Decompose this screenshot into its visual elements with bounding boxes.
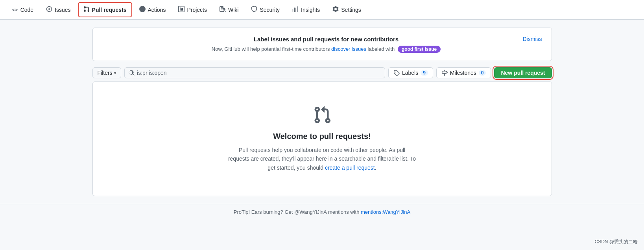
milestone-icon bbox=[441, 70, 448, 76]
milestones-label: Milestones bbox=[450, 70, 476, 76]
nav-item-security[interactable]: Security bbox=[245, 2, 285, 17]
nav-item-actions[interactable]: Actions bbox=[134, 2, 172, 17]
svg-point-1 bbox=[48, 8, 50, 10]
code-icon: <> bbox=[12, 7, 18, 13]
search-input[interactable] bbox=[137, 70, 381, 76]
nav-item-issues[interactable]: Issues bbox=[41, 2, 76, 17]
banner-content: Label issues and pull requests for new c… bbox=[130, 36, 523, 53]
filters-label: Filters bbox=[98, 70, 113, 76]
create-pr-link[interactable]: create a pull request bbox=[325, 165, 375, 171]
filters-button[interactable]: Filters ▾ bbox=[92, 67, 121, 78]
labels-label: Labels bbox=[402, 70, 418, 76]
pull-requests-section: Welcome to pull requests! Pull requests … bbox=[92, 81, 552, 196]
main-content: Label issues and pull requests for new c… bbox=[86, 20, 558, 204]
milestones-count: 0 bbox=[479, 70, 486, 76]
empty-text-main: Pull requests help you collaborate on co… bbox=[228, 147, 416, 171]
empty-state-description: Pull requests help you collaborate on co… bbox=[228, 146, 417, 172]
nav-bar: <> Code Issues Pull requests Actions Pro… bbox=[0, 0, 644, 20]
projects-icon bbox=[178, 6, 185, 13]
label-icon bbox=[393, 70, 400, 76]
nav-item-wiki[interactable]: Wiki bbox=[214, 2, 244, 17]
search-icon bbox=[129, 70, 135, 76]
search-box bbox=[124, 67, 385, 78]
nav-item-pull-requests[interactable]: Pull requests bbox=[78, 2, 132, 17]
nav-label-pull-requests: Pull requests bbox=[92, 7, 127, 13]
labels-button[interactable]: Labels 9 bbox=[388, 67, 433, 78]
footer-link[interactable]: mentions:WangYiJinA bbox=[361, 209, 410, 215]
good-first-issue-badge: good first issue bbox=[398, 46, 441, 53]
nav-label-settings: Settings bbox=[341, 7, 361, 13]
contributor-banner: Label issues and pull requests for new c… bbox=[92, 28, 552, 61]
banner-description: Now, GitHub will help potential first-ti… bbox=[130, 46, 523, 53]
nav-label-actions: Actions bbox=[148, 7, 166, 13]
banner-text-labeled: labeled with bbox=[368, 46, 396, 52]
nav-label-code: Code bbox=[20, 7, 33, 13]
nav-label-security: Security bbox=[260, 7, 280, 13]
insights-icon bbox=[292, 6, 299, 13]
footer-tip: ProTip! Ears burning? Get @WangYiJinA me… bbox=[0, 204, 644, 220]
new-pull-request-button[interactable]: New pull request bbox=[494, 67, 552, 78]
controls-row: Filters ▾ Labels 9 Milestones 0 New pull… bbox=[92, 67, 552, 78]
nav-label-insights: Insights bbox=[301, 7, 320, 13]
nav-item-settings[interactable]: Settings bbox=[327, 2, 367, 17]
banner-text-before: Now, GitHub will help potential first-ti… bbox=[212, 46, 330, 52]
nav-label-wiki: Wiki bbox=[228, 7, 238, 13]
actions-icon bbox=[139, 6, 146, 13]
dismiss-button[interactable]: Dismiss bbox=[523, 36, 542, 42]
empty-state-title: Welcome to pull requests! bbox=[273, 132, 371, 141]
labels-count: 9 bbox=[421, 70, 428, 76]
nav-item-insights[interactable]: Insights bbox=[287, 2, 325, 17]
pull-requests-icon bbox=[83, 6, 90, 13]
nav-label-projects: Projects bbox=[187, 7, 207, 13]
footer-text: ProTip! Ears burning? Get @WangYiJinA me… bbox=[234, 209, 360, 215]
filters-chevron-icon: ▾ bbox=[114, 71, 116, 75]
nav-item-projects[interactable]: Projects bbox=[173, 2, 212, 17]
nav-label-issues: Issues bbox=[55, 7, 70, 13]
nav-item-code[interactable]: <> Code bbox=[6, 3, 39, 17]
wiki-icon bbox=[220, 6, 226, 13]
empty-state: Welcome to pull requests! Pull requests … bbox=[93, 82, 552, 196]
milestones-button[interactable]: Milestones 0 bbox=[436, 67, 491, 78]
pr-empty-icon bbox=[313, 106, 332, 126]
discover-issues-link[interactable]: discover issues bbox=[331, 46, 366, 52]
settings-icon bbox=[332, 6, 339, 13]
empty-text-end: . bbox=[375, 165, 376, 171]
security-icon bbox=[251, 6, 257, 13]
issues-icon bbox=[46, 6, 52, 13]
banner-title: Label issues and pull requests for new c… bbox=[130, 36, 523, 43]
